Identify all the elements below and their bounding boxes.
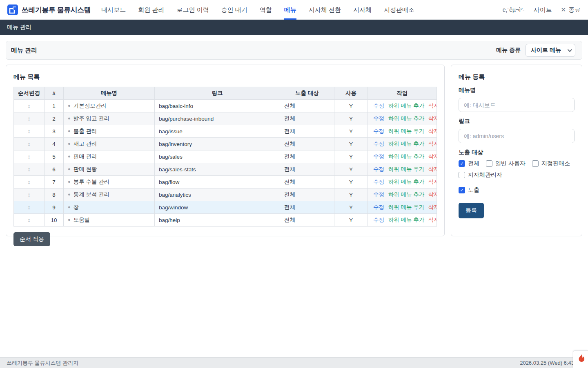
delete-link[interactable]: 삭제 (428, 141, 437, 147)
add-submenu-link[interactable]: 하위 메뉴 추가 (388, 128, 425, 134)
delete-link[interactable]: 삭제 (428, 153, 437, 159)
visible-checkbox[interactable]: ✓ 노출 (459, 186, 575, 194)
target-checkbox[interactable]: ✓ 전체 (459, 160, 479, 167)
drag-handle-icon[interactable]: ↕ (28, 141, 31, 147)
delete-link[interactable]: 삭제 (428, 128, 437, 134)
target-checkbox[interactable]: 지자체관리자 (459, 171, 502, 179)
menu-target: 전체 (280, 150, 334, 163)
drag-handle-icon[interactable]: ↕ (28, 115, 31, 122)
menu-link-input[interactable] (459, 129, 575, 143)
menu-target: 전체 (280, 100, 334, 112)
navbar-right: ë,¨êµ¬ì²- 사이트 ✕ 종료 (503, 6, 581, 14)
menu-register-title: 메뉴 등록 (459, 73, 575, 81)
drag-handle-icon[interactable]: ↕ (28, 128, 31, 135)
col-num: # (45, 87, 64, 100)
menu-link: bag/flow (155, 176, 280, 188)
drag-handle-icon[interactable]: ↕ (28, 103, 31, 109)
row-number: 9 (45, 201, 64, 214)
add-submenu-link[interactable]: 하위 메뉴 추가 (388, 204, 425, 210)
nav-item[interactable]: 로그인 이력 (176, 0, 209, 20)
menu-type-control: 메뉴 종류 사이트 메뉴 (496, 44, 575, 57)
menu-table: 순서변경 # 메뉴명 링크 노출 대상 사용 작업 ↕ 1 (13, 87, 437, 227)
breadcrumb-bar: 메뉴 관리 (0, 20, 588, 35)
drag-handle-icon[interactable]: ↕ (28, 153, 31, 160)
add-submenu-link[interactable]: 하위 메뉴 추가 (388, 103, 425, 109)
drag-handle-icon[interactable]: ↕ (28, 217, 31, 223)
target-checkbox[interactable]: 일반 사용자 (486, 160, 526, 167)
menu-name-input[interactable] (459, 98, 575, 112)
site-link[interactable]: 사이트 (533, 6, 552, 14)
edit-link[interactable]: 수정 (373, 128, 384, 134)
table-row: ↕ 9 ●창 bag/window 전체 Y 수정 하위 메뉴 추가 삭제 (14, 201, 437, 214)
delete-link[interactable]: 삭제 (428, 179, 437, 185)
menu-name: 불출 관리 (74, 128, 97, 134)
delete-link[interactable]: 삭제 (428, 217, 437, 223)
footer: 쓰레기봉투 물류시스템 관리자 2026.03.25 (Wed) 6:43:43 (0, 357, 588, 368)
nav-item[interactable]: 지자체 (353, 0, 372, 20)
target-label: 노출 대상 (459, 149, 575, 156)
drag-handle-icon[interactable]: ↕ (28, 204, 31, 211)
nav-item[interactable]: 대시보드 (101, 0, 126, 20)
main-content: 메뉴 관리 메뉴 종류 사이트 메뉴 메뉴 목록 순서변경 # 메뉴명 (0, 35, 588, 357)
table-row: ↕ 4 ●재고 관리 bag/inventory 전체 Y 수정 하위 메뉴 추… (14, 138, 437, 150)
logout-button[interactable]: ✕ 종료 (561, 6, 581, 14)
table-row: ↕ 7 ●봉투 수불 관리 bag/flow 전체 Y 수정 하위 메뉴 추가 … (14, 176, 437, 188)
delete-link[interactable]: 삭제 (428, 191, 437, 197)
drag-handle-icon[interactable]: ↕ (28, 191, 31, 198)
add-submenu-link[interactable]: 하위 메뉴 추가 (388, 217, 425, 223)
menu-target: 전체 (280, 112, 334, 125)
table-row: ↕ 8 ●통계 분석 관리 bag/analytics 전체 Y 수정 하위 메… (14, 188, 437, 201)
edit-link[interactable]: 수정 (373, 103, 384, 109)
checkbox-icon (486, 160, 492, 167)
table-header-row: 순서변경 # 메뉴명 링크 노출 대상 사용 작업 (14, 87, 437, 100)
delete-link[interactable]: 삭제 (428, 115, 437, 121)
nav-item[interactable]: 메뉴 (284, 0, 296, 20)
delete-link[interactable]: 삭제 (428, 204, 437, 210)
nav-item[interactable]: 지자체 전환 (309, 0, 341, 20)
menu-name: 봉투 수불 관리 (74, 179, 110, 185)
target-checkboxes: ✓ 전체 일반 사용자 지정판매소 지자 (459, 160, 575, 179)
nav-item[interactable]: 역할 (260, 0, 272, 20)
menu-link: bag/sales-stats (155, 163, 280, 176)
main-nav: 대시보드 회원 관리 로그인 이력 승인 대기 역할 메뉴 지자체 전환 지자체… (101, 0, 414, 20)
menu-name-cell: ●통계 분석 관리 (64, 188, 155, 201)
brand[interactable]: 쓰레기봉투 물류시스템 (7, 4, 91, 15)
nav-item[interactable]: 지정판매소 (384, 0, 414, 20)
menu-link: bag/help (155, 214, 280, 227)
menu-type-select[interactable]: 사이트 메뉴 (526, 44, 575, 57)
menu-name-cell: ●불출 관리 (64, 125, 155, 138)
edit-link[interactable]: 수정 (373, 179, 384, 185)
add-submenu-link[interactable]: 하위 메뉴 추가 (388, 141, 425, 147)
menu-target: 전체 (280, 201, 334, 214)
delete-link[interactable]: 삭제 (428, 103, 437, 109)
add-submenu-link[interactable]: 하위 메뉴 추가 (388, 153, 425, 159)
menu-link: bag/inventory (155, 138, 280, 150)
apply-order-button[interactable]: 순서 적용 (13, 232, 50, 246)
target-checkbox[interactable]: 지정판매소 (532, 160, 570, 167)
edit-link[interactable]: 수정 (373, 204, 384, 210)
edit-link[interactable]: 수정 (373, 166, 384, 172)
col-actions: 작업 (368, 87, 437, 100)
nav-item[interactable]: 회원 관리 (138, 0, 164, 20)
add-submenu-link[interactable]: 하위 메뉴 추가 (388, 179, 425, 185)
edit-link[interactable]: 수정 (373, 217, 384, 223)
add-submenu-link[interactable]: 하위 메뉴 추가 (388, 115, 425, 121)
menu-name: 발주 입고 관리 (74, 115, 110, 121)
delete-link[interactable]: 삭제 (428, 166, 437, 172)
debug-toolbar-toggle[interactable] (573, 350, 588, 368)
drag-handle-icon[interactable]: ↕ (28, 179, 31, 185)
edit-link[interactable]: 수정 (373, 115, 384, 121)
register-button[interactable]: 등록 (459, 203, 484, 218)
menu-use: Y (334, 201, 368, 214)
edit-link[interactable]: 수정 (373, 153, 384, 159)
edit-link[interactable]: 수정 (373, 191, 384, 197)
nav-item[interactable]: 승인 대기 (221, 0, 247, 20)
edit-link[interactable]: 수정 (373, 141, 384, 147)
add-submenu-link[interactable]: 하위 메뉴 추가 (388, 166, 425, 172)
add-submenu-link[interactable]: 하위 메뉴 추가 (388, 191, 425, 197)
menu-link-label: 링크 (459, 118, 575, 125)
table-row: ↕ 10 ●도움말 bag/help 전체 Y 수정 하위 메뉴 추가 삭제 (14, 214, 437, 227)
drag-handle-icon[interactable]: ↕ (28, 166, 31, 173)
menu-link: bag/window (155, 201, 280, 214)
breadcrumb-title: 메뉴 관리 (7, 24, 31, 31)
